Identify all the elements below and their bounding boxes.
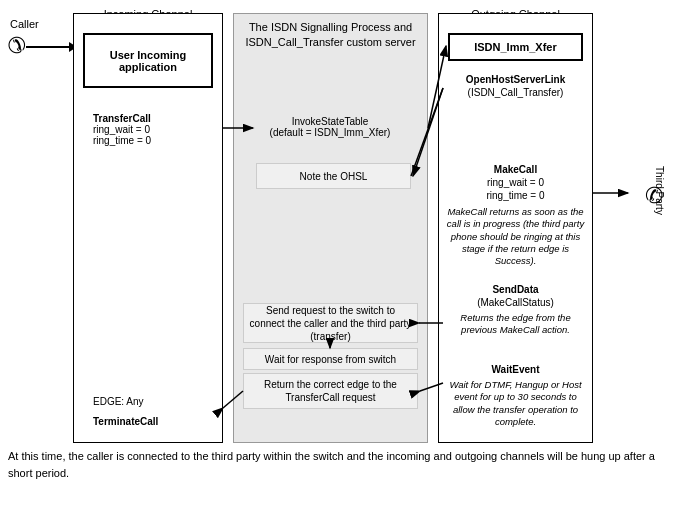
user-app-box: User Incoming application — [83, 33, 213, 88]
note-ohsl-box: Note the OHSL — [256, 163, 411, 189]
isdn-call-transfer-label: (ISDN_Call_Transfer) — [443, 86, 588, 99]
note-ohsl-label: Note the OHSL — [300, 170, 368, 183]
terminate-call-section: TerminateCall — [83, 416, 213, 427]
wait-response-label: Wait for response from switch — [265, 353, 396, 366]
send-data-section: SendData (MakeCallStatus) Returns the ed… — [443, 283, 588, 337]
caption: At this time, the caller is connected to… — [8, 448, 668, 468]
invoke-default-label: (default = ISDN_Imm_Xfer) — [236, 127, 424, 138]
wait-response-box: Wait for response from switch — [243, 348, 418, 370]
caption-text: At this time, the caller is connected to… — [8, 450, 655, 479]
send-data-label: SendData — [443, 283, 588, 296]
diagram: Incoming Channel Outgoing Channel Caller… — [8, 8, 668, 468]
caller-phone-icon: ✆ — [8, 33, 26, 59]
return-edge-label: Return the correct edge to the TransferC… — [248, 378, 413, 404]
ring-wait-val: ring_wait = 0 — [93, 124, 213, 135]
terminate-call-label: TerminateCall — [93, 416, 158, 427]
make-call-section: MakeCall ring_wait = 0 ring_time = 0 Mak… — [443, 163, 588, 268]
user-app-label: User Incoming application — [85, 49, 211, 73]
middle-box-title: The ISDN Signalling Process and ISDN_Cal… — [234, 14, 427, 57]
isdn-xfer-box: ISDN_Imm_Xfer — [448, 33, 583, 61]
make-call-rt: ring_time = 0 — [443, 189, 588, 202]
send-request-box: Send request to the switch to connect th… — [243, 303, 418, 343]
transfer-call-label: TransferCall — [93, 113, 213, 124]
middle-title-text: The ISDN Signalling Process and ISDN_Cal… — [245, 21, 415, 48]
wait-event-note: Wait for DTMF, Hangup or Host event for … — [443, 379, 588, 428]
isdn-xfer-label: ISDN_Imm_Xfer — [474, 41, 557, 53]
invoke-state-label: InvokeStateTable — [236, 116, 424, 127]
transfer-call-section: TransferCall ring_wait = 0 ring_time = 0 — [83, 113, 213, 146]
send-data-note: Returns the edge from the previous MakeC… — [443, 312, 588, 337]
ring-time-val: ring_time = 0 — [93, 135, 213, 146]
third-party-label: Third Party — [654, 166, 665, 215]
edge-any-label: EDGE: Any — [93, 396, 213, 407]
send-request-label: Send request to the switch to connect th… — [248, 304, 413, 343]
open-host-section: OpenHostServerLink (ISDN_Call_Transfer) — [443, 73, 588, 99]
edge-any-section: EDGE: Any — [83, 396, 213, 407]
make-call-label: MakeCall — [443, 163, 588, 176]
send-data-sub: (MakeCallStatus) — [443, 296, 588, 309]
wait-event-label: WaitEvent — [443, 363, 588, 376]
wait-event-section: WaitEvent Wait for DTMF, Hangup or Host … — [443, 363, 588, 428]
open-host-label: OpenHostServerLink — [443, 73, 588, 86]
caller-label: Caller — [10, 18, 39, 30]
make-call-rw: ring_wait = 0 — [443, 176, 588, 189]
make-call-note: MakeCall returns as soon as the call is … — [443, 206, 588, 268]
invoke-state-section: InvokeStateTable (default = ISDN_Imm_Xfe… — [236, 116, 424, 138]
caller-arrow — [26, 46, 76, 48]
return-edge-box: Return the correct edge to the TransferC… — [243, 373, 418, 409]
